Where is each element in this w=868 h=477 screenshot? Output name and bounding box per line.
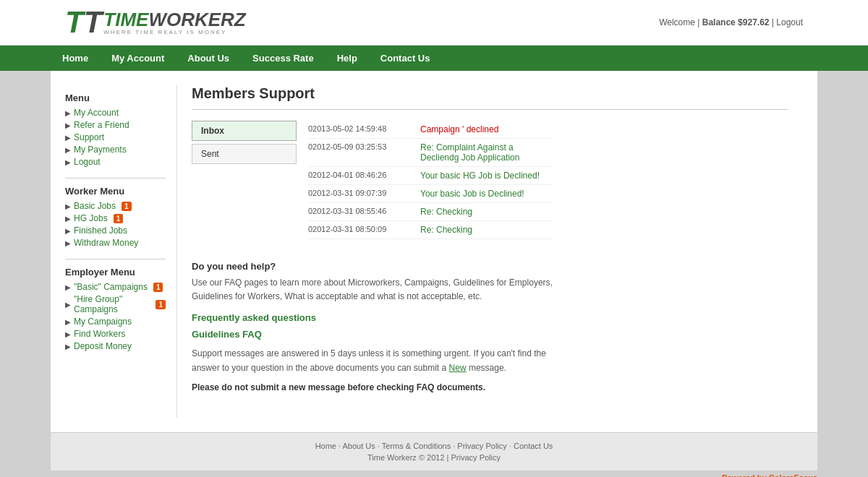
sidebar-item-account[interactable]: ▶ My Account: [65, 108, 166, 118]
sidebar-item-refer[interactable]: ▶ Refer a Friend: [65, 120, 166, 130]
message-row[interactable]: 02012-03-31 08:55:46Re: Checking: [308, 203, 553, 221]
nav-item-about[interactable]: About Us: [176, 46, 241, 71]
message-date: 02012-03-31 08:55:46: [308, 207, 413, 215]
sent-button[interactable]: Sent: [192, 144, 297, 164]
message-date: 02012-04-01 08:46:26: [308, 171, 413, 179]
inbox-button[interactable]: Inbox: [192, 121, 297, 141]
menu-title: Menu: [65, 93, 166, 103]
powered-brand: ColorsFocus: [769, 473, 817, 477]
message-date: 02012-05-09 03:25:53: [308, 142, 413, 151]
warning-note: Please do not submit a new message befor…: [192, 381, 553, 395]
sidebar-item-find-workers[interactable]: ▶ Find Workers: [65, 329, 166, 339]
sidebar-item-withdraw[interactable]: ▶ Withdraw Money: [65, 238, 166, 248]
footer-terms[interactable]: Terms & Conditions: [382, 442, 451, 450]
sidebar-item-support[interactable]: ▶ Support: [65, 132, 166, 142]
employer-menu: ▶ "Basic" Campaigns 1 ▶ "Hire Group" Cam…: [65, 282, 166, 351]
guidelines-link[interactable]: Guidelines FAQ: [192, 329, 553, 340]
nav-item-home[interactable]: Home: [51, 46, 100, 71]
message-date: 02012-03-31 09:07:39: [308, 189, 413, 197]
logo: TT TIMEWORKERZ WHERE TIME REALY IS MONEY: [65, 7, 246, 38]
footer-contact[interactable]: Contact Us: [514, 442, 553, 450]
powered-by: Powered by ColorsFocus: [51, 473, 817, 477]
support-note: Support messages are answered in 5 days …: [192, 347, 553, 374]
need-help-title: Do you need help?: [192, 261, 553, 272]
nav-item-success[interactable]: Success Rate: [241, 46, 326, 71]
message-subject[interactable]: Your basic Job is Declined!: [420, 189, 524, 199]
sidebar-item-payments[interactable]: ▶ My Payments: [65, 145, 166, 155]
nav-item-account[interactable]: My Account: [100, 46, 176, 71]
message-row[interactable]: 02012-03-31 09:07:39Your basic Job is De…: [308, 185, 553, 203]
sidebar-item-finished-jobs[interactable]: ▶ Finished Jobs: [65, 225, 166, 236]
powered-label: Powered by: [722, 473, 767, 477]
user-info: Welcome | Balance $927.62 | Logout: [659, 17, 803, 27]
message-row[interactable]: 02013-05-02 14:59:48Campaign ' declined: [308, 121, 553, 139]
help-panel: Do you need help? Use our FAQ pages to l…: [192, 252, 553, 400]
page-title: Members Support: [192, 85, 788, 102]
footer-copyright: Time Workerz © 2012 | Privacy Policy: [59, 453, 809, 462]
sidebar-item-hg-campaigns[interactable]: ▶ "Hire Group" Campaigns 1: [65, 294, 166, 314]
footer-about[interactable]: About Us: [343, 442, 375, 450]
message-row[interactable]: 02012-05-09 03:25:53Re: Complaint Agains…: [308, 139, 553, 167]
new-message-link[interactable]: New: [449, 363, 467, 373]
nav-item-help[interactable]: Help: [326, 46, 369, 71]
faq-link[interactable]: Frequently asked questions: [192, 312, 553, 323]
sidebar-item-my-campaigns[interactable]: ▶ My Campaigns: [65, 317, 166, 327]
main-menu: ▶ My Account ▶ Refer a Friend ▶ Support …: [65, 108, 166, 167]
logo-tagline: WHERE TIME REALY IS MONEY: [103, 29, 245, 35]
message-row[interactable]: 02012-04-01 08:46:26Your basic HG Job is…: [308, 167, 553, 185]
help-text: Use our FAQ pages to learn more about Mi…: [192, 276, 553, 304]
worker-menu: ▶ Basic Jobs 1 ▶ HG Jobs 1 ▶ Finished Jo…: [65, 201, 166, 248]
message-date: 02013-05-02 14:59:48: [308, 124, 413, 133]
sidebar-item-basic-campaigns[interactable]: ▶ "Basic" Campaigns 1: [65, 282, 166, 292]
footer-home[interactable]: Home: [315, 442, 336, 450]
sidebar-item-hg-jobs[interactable]: ▶ HG Jobs 1: [65, 213, 166, 223]
sidebar-item-basic-jobs[interactable]: ▶ Basic Jobs 1: [65, 201, 166, 211]
employer-menu-title: Employer Menu: [65, 267, 166, 278]
worker-menu-title: Worker Menu: [65, 186, 166, 197]
message-subject[interactable]: Re: Checking: [420, 207, 472, 217]
welcome-text: Welcome |: [659, 17, 699, 27]
footer-privacy[interactable]: Privacy Policy: [457, 442, 506, 450]
message-subject[interactable]: Re: Checking: [420, 225, 472, 235]
message-date: 02012-03-31 08:50:09: [308, 225, 413, 233]
inbox-panel: Inbox Sent: [192, 121, 297, 239]
footer-links: Home · About Us · Terms & Conditions · P…: [59, 442, 809, 450]
message-row[interactable]: 02012-03-31 08:50:09Re: Checking: [308, 221, 553, 239]
logo-name-area: TIMEWORKERZ WHERE TIME REALY IS MONEY: [103, 10, 245, 35]
logout-link[interactable]: Logout: [776, 17, 803, 27]
messages-panel: 02013-05-02 14:59:48Campaign ' declined0…: [308, 121, 553, 239]
message-subject[interactable]: Re: Complaint Against a Decliendg Job Ap…: [420, 142, 553, 163]
sidebar-item-deposit[interactable]: ▶ Deposit Money: [65, 341, 166, 351]
message-subject[interactable]: Your basic HG Job is Declined!: [420, 171, 540, 181]
logo-icon: TT: [65, 7, 102, 38]
balance: Balance $927.62: [702, 17, 770, 27]
nav-item-contact[interactable]: Contact Us: [369, 46, 442, 71]
message-subject[interactable]: Campaign ' declined: [420, 124, 498, 134]
sidebar-item-logout[interactable]: ▶ Logout: [65, 157, 166, 167]
